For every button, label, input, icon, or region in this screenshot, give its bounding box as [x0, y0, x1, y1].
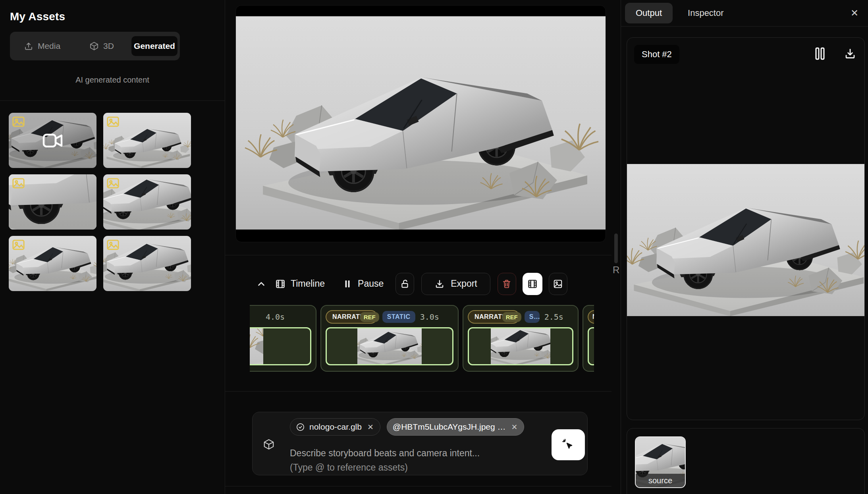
scrollbar-thumb[interactable]	[614, 233, 618, 263]
image-badge-icon	[107, 178, 119, 189]
asset-thumbnail-wheel[interactable]	[9, 174, 96, 230]
static-badge-truncated: S…	[525, 311, 540, 323]
sidebar-title: My Assets	[10, 10, 225, 23]
timeline-clip[interactable]: Shot 4 NARRATIVE REF S… 2.5s	[463, 305, 579, 372]
ai-generated-note: AI generated content	[0, 75, 225, 85]
timeline-clip[interactable]: 4.0s	[250, 305, 316, 372]
panel-tabbar: Output Inspector ✕	[621, 0, 868, 27]
shot-output-card: Shot #2	[627, 37, 865, 420]
sidebar-divider	[0, 100, 225, 101]
download-icon	[434, 279, 445, 289]
shot-output-image[interactable]	[627, 164, 864, 316]
clip-thumbnail	[468, 327, 573, 365]
timeline-view-button-active[interactable]	[523, 273, 542, 295]
pause-button[interactable]: Pause	[342, 278, 384, 289]
film-icon	[527, 279, 538, 289]
download-icon[interactable]	[844, 47, 856, 62]
clip-duration: 4.0s	[266, 312, 285, 322]
tab-3d[interactable]: 3D	[72, 35, 131, 58]
asset-thumbnail[interactable]	[103, 174, 191, 230]
close-icon[interactable]: ✕	[851, 8, 858, 18]
tab-media[interactable]: Media	[12, 35, 72, 58]
section-divider	[225, 391, 611, 392]
clip-frame-image	[250, 328, 263, 364]
source-label: source	[636, 474, 685, 487]
clip-thumbnail	[326, 327, 453, 365]
tab-output[interactable]: Output	[625, 3, 673, 23]
clip-thumbnail	[588, 327, 594, 365]
playback-toolbar: Timeline Pause Export	[225, 255, 611, 302]
chevron-up-icon[interactable]	[256, 279, 266, 289]
prompt-placeholder-line1[interactable]: Describe storyboard beats and camera int…	[290, 448, 480, 459]
clip-frame-image	[491, 328, 550, 364]
tab-generated[interactable]: Generated	[131, 36, 177, 56]
output-panel: Output Inspector ✕ Shot #2	[621, 0, 868, 494]
prompt-composer[interactable]: nologo-car.glb ✕ @HBTm5LubcAYgsJH.jpeg ……	[252, 412, 588, 475]
shot-badge: Shot #2	[634, 45, 679, 64]
clip-duration: 2.5s	[544, 312, 563, 322]
clip-thumbnail	[250, 327, 311, 365]
asset-chip[interactable]: nologo-car.glb ✕	[290, 418, 380, 436]
unlock-button[interactable]	[395, 273, 414, 295]
reference-chips: nologo-car.glb ✕ @HBTm5LubcAYgsJH.jpeg ……	[290, 418, 524, 436]
timeline-clip[interactable]: Shot 3 NARRATIVE REF STATIC 3.0s	[320, 305, 459, 372]
image-badge-icon	[12, 239, 25, 250]
timeline-strip[interactable]: 4.0s Shot 3 NARRATIVE REF STATIC 3.0s	[250, 305, 594, 372]
image-badge-icon	[107, 239, 119, 250]
export-button[interactable]: Export	[421, 273, 490, 295]
asset-chip-label: nologo-car.glb	[309, 422, 362, 432]
generate-button[interactable]	[552, 429, 585, 460]
check-circle-icon	[296, 423, 305, 432]
pause-outline-icon[interactable]	[814, 47, 826, 62]
prompt-placeholder-line2[interactable]: (Type @ to reference assets)	[290, 462, 408, 473]
ref-badge: REF	[360, 312, 379, 322]
upload-icon	[24, 41, 33, 51]
clip-badges: Shot 3 NARRATIVE REF	[326, 309, 378, 324]
asset-thumbnail[interactable]	[103, 236, 191, 291]
reference-chip[interactable]: @HBTm5LubcAYgsJH.jpeg … ✕	[387, 418, 525, 436]
reference-chip-label: @HBTm5LubcAYgsJH.jpeg …	[393, 422, 506, 432]
static-badge: STATIC	[382, 311, 415, 323]
image-badge-icon	[12, 116, 25, 127]
cube-icon	[263, 438, 275, 450]
clip-duration: 3.0s	[420, 312, 439, 322]
timeline-toggle[interactable]: Timeline	[275, 278, 325, 289]
source-thumbnail[interactable]: source	[635, 436, 686, 488]
narrative-badge-truncated: N	[588, 310, 594, 324]
source-card: source	[627, 428, 865, 494]
chip-close-icon[interactable]: ✕	[511, 423, 518, 432]
asset-thumbnail[interactable]	[9, 236, 96, 291]
generated-assets-grid	[9, 113, 225, 291]
film-icon	[275, 279, 285, 289]
pause-label: Pause	[358, 278, 384, 289]
cube-icon	[89, 41, 99, 51]
asset-thumbnail-video[interactable]	[9, 113, 96, 168]
chip-close-icon[interactable]: ✕	[367, 423, 374, 432]
clip-badges: Shot 4 NARRATIVE REF	[468, 309, 520, 324]
letterbox-top	[236, 6, 606, 16]
clip-frame-image	[357, 328, 422, 364]
cursor-click-icon	[561, 438, 575, 452]
panel-resize-gutter: R	[611, 0, 621, 494]
image-badge-icon	[12, 178, 25, 189]
cybertruck-scene-image	[627, 164, 864, 316]
video-camera-icon	[42, 133, 63, 148]
unlock-icon	[400, 279, 410, 289]
ref-badge: REF	[502, 312, 521, 322]
timeline-label: Timeline	[291, 278, 325, 289]
cybertruck-scene-image	[236, 16, 606, 230]
resize-hint-key: R	[613, 264, 619, 276]
image-icon	[553, 279, 563, 289]
shot-card-header: Shot #2	[627, 38, 864, 64]
image-view-button[interactable]	[549, 273, 567, 295]
trash-icon	[502, 279, 512, 289]
tab-3d-label: 3D	[103, 41, 114, 51]
pause-icon	[342, 279, 353, 289]
asset-thumbnail[interactable]	[103, 113, 191, 168]
tab-inspector[interactable]: Inspector	[688, 8, 724, 18]
timeline-clip[interactable]: N	[583, 305, 594, 372]
export-label: Export	[451, 278, 477, 289]
delete-button[interactable]	[498, 273, 516, 295]
video-canvas[interactable]	[235, 5, 606, 242]
tab-media-label: Media	[38, 41, 60, 51]
